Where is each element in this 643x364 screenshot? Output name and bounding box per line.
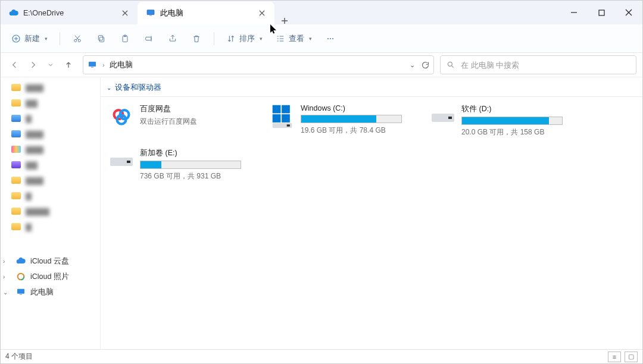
status-text: 4 个项目 <box>5 352 33 362</box>
rename-icon <box>144 34 154 43</box>
tiles-view-button[interactable]: ▢ <box>625 352 638 362</box>
new-label: 新建 <box>24 33 40 44</box>
sidebar-item-label: ▇▇ <box>26 99 38 108</box>
view-label: 查看 <box>289 33 304 44</box>
more-button[interactable] <box>320 30 341 47</box>
view-button[interactable]: 查看 ▾ <box>271 30 317 48</box>
sidebar-item-label: 此电脑 <box>30 287 54 297</box>
monitor-icon <box>146 8 155 18</box>
sidebar-item-iCloud 云盘[interactable]: ›iCloud 云盘 <box>1 253 100 269</box>
new-tab-button[interactable] <box>274 17 295 24</box>
title-bar: E:\OneDrive 此电脑 <box>1 1 642 24</box>
sidebar-item-label: ▇▇▇▇ <box>26 207 49 216</box>
sidebar-item-此电脑[interactable]: ⌄此电脑 <box>1 284 100 300</box>
drive-tile[interactable]: Windows (C:) 19.6 GB 可用，共 78.4 GB <box>270 104 416 137</box>
paste-button[interactable] <box>115 30 135 47</box>
close-icon[interactable] <box>257 8 267 18</box>
sort-button[interactable]: 排序 ▾ <box>221 30 267 48</box>
content-pane[interactable]: ⌄ 设备和驱动器 百度网盘 双击运行百度网盘 Windows (C:) 19.6… <box>101 77 642 349</box>
svg-rect-11 <box>146 37 151 40</box>
folder-icon <box>11 83 21 92</box>
sidebar-item-label: ▇▇▇ <box>26 176 43 185</box>
refresh-button[interactable] <box>421 61 430 70</box>
svg-rect-0 <box>147 10 154 15</box>
svg-point-17 <box>448 62 452 66</box>
breadcrumb-this-pc[interactable]: 此电脑 <box>110 59 133 70</box>
rename-button[interactable] <box>139 30 159 47</box>
folder-icon <box>11 191 21 200</box>
sidebar-item[interactable]: ▇ <box>1 111 100 126</box>
navigation-pane[interactable]: ▇▇▇▇▇▇▇▇▇▇▇▇▇▇▇▇▇▇▇▇▇▇▇ ›iCloud 云盘›iClou… <box>1 77 101 349</box>
sidebar-item[interactable]: ▇▇▇ <box>1 126 100 142</box>
drive-tile[interactable]: 新加卷 (E:) 736 GB 可用，共 931 GB <box>109 148 255 181</box>
drive-name: 新加卷 (E:) <box>140 148 255 158</box>
svg-rect-8 <box>98 35 102 40</box>
close-icon[interactable] <box>120 8 130 18</box>
svg-rect-25 <box>273 105 281 114</box>
separator <box>60 32 60 45</box>
tab-this-pc[interactable]: 此电脑 <box>138 2 274 24</box>
chevron-down-icon: ▾ <box>45 36 48 42</box>
copy-button[interactable] <box>91 30 111 47</box>
delete-button[interactable] <box>186 30 207 47</box>
svg-rect-7 <box>99 37 104 42</box>
folder-icon <box>11 98 21 108</box>
recent-locations-button[interactable] <box>42 57 59 73</box>
details-view-button[interactable]: ≡ <box>608 352 621 362</box>
pc-icon <box>16 287 26 297</box>
svg-point-13 <box>330 37 331 39</box>
share-icon <box>168 34 177 43</box>
app-tile[interactable]: 百度网盘 双击运行百度网盘 <box>109 104 255 137</box>
search-box[interactable] <box>440 55 636 74</box>
new-button[interactable]: 新建 ▾ <box>7 30 52 48</box>
back-button[interactable] <box>7 57 23 73</box>
maximize-button[interactable] <box>588 1 615 24</box>
sidebar-item-iCloud 照片[interactable]: ›iCloud 照片 <box>1 269 100 284</box>
group-header-devices[interactable]: ⌄ 设备和驱动器 <box>101 77 642 97</box>
address-bar[interactable]: › 此电脑 ⌄ <box>83 55 434 74</box>
drive-tile[interactable]: 软件 (D:) 20.0 GB 可用，共 158 GB <box>430 104 577 137</box>
chevron-down-icon[interactable]: ⌄ <box>410 61 415 69</box>
expand-icon[interactable]: › <box>3 274 10 280</box>
minimize-button[interactable] <box>560 1 588 24</box>
baidu-icon <box>109 104 134 129</box>
close-window-button[interactable] <box>615 1 642 24</box>
forward-button[interactable] <box>24 57 41 73</box>
cloud-icon <box>16 256 26 266</box>
window-controls <box>560 1 642 24</box>
drive-icon <box>109 148 134 173</box>
svg-rect-3 <box>599 10 604 15</box>
sidebar-item-label: ▇▇ <box>26 161 38 170</box>
share-button[interactable] <box>163 30 183 47</box>
view-switcher: ≡ ▢ <box>608 352 638 362</box>
chevron-right-icon[interactable]: › <box>102 61 105 68</box>
capacity-bar <box>140 161 241 169</box>
sidebar-item-label: ▇ <box>26 192 32 200</box>
sidebar-item[interactable]: ▇ <box>1 188 100 203</box>
sidebar-item[interactable]: ▇▇▇▇ <box>1 203 100 219</box>
sidebar-item[interactable]: ▇▇▇ <box>1 80 100 95</box>
up-button[interactable] <box>60 57 77 73</box>
svg-rect-16 <box>91 67 93 67</box>
cloud-icon <box>9 8 18 18</box>
command-bar: 新建 ▾ 排序 ▾ 查看 ▾ <box>1 24 642 53</box>
svg-rect-30 <box>287 124 290 126</box>
ellipsis-icon <box>325 34 336 43</box>
sidebar-item[interactable]: ▇▇▇ <box>1 172 100 188</box>
drive-capacity-text: 20.0 GB 可用，共 158 GB <box>461 127 577 137</box>
expand-icon[interactable]: › <box>3 258 10 265</box>
new-icon <box>11 34 21 43</box>
expand-icon[interactable]: ⌄ <box>3 289 10 296</box>
tab-title: E:\OneDrive <box>23 9 115 17</box>
navigation-row: › 此电脑 ⌄ <box>1 53 642 77</box>
tab-onedrive[interactable]: E:\OneDrive <box>1 2 138 24</box>
sidebar-item[interactable]: ▇ <box>1 219 100 234</box>
explorer-body: ▇▇▇▇▇▇▇▇▇▇▇▇▇▇▇▇▇▇▇▇▇▇▇ ›iCloud 云盘›iClou… <box>1 77 642 349</box>
sidebar-item[interactable]: ▇▇▇ <box>1 142 100 157</box>
sidebar-item[interactable]: ▇▇ <box>1 95 100 111</box>
sidebar-item[interactable]: ▇▇ <box>1 157 100 172</box>
tab-strip: E:\OneDrive 此电脑 <box>1 1 295 24</box>
sidebar-item-label: ▇ <box>26 222 32 231</box>
cut-button[interactable] <box>67 30 88 47</box>
search-input[interactable] <box>460 60 630 70</box>
